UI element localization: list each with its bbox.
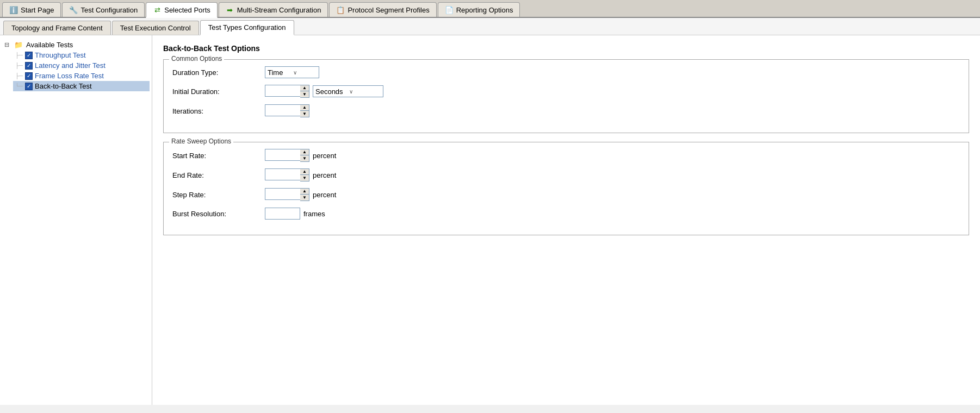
tree-children: ├─ ✓ Throughput Test ├─ ✓ Latency and Ji… xyxy=(13,50,150,91)
step-rate-spin-up[interactable]: ▲ xyxy=(300,189,309,195)
config-title: Back-to-Back Test Options xyxy=(163,44,969,53)
initial-duration-row: Initial Duration: 1.00 ▲ ▼ Seconds ∨ xyxy=(172,85,960,98)
initial-duration-input[interactable]: 1.00 xyxy=(265,85,300,97)
rate-sweep-label: Rate Sweep Options xyxy=(169,137,233,145)
iterations-spin-buttons: ▲ ▼ xyxy=(300,104,309,117)
tab-reporting-options[interactable]: 📄 Reporting Options xyxy=(438,2,520,17)
reporting-options-icon: 📄 xyxy=(445,5,454,14)
tab-reporting-options-label: Reporting Options xyxy=(456,6,513,14)
start-rate-label: Start Rate: xyxy=(172,152,259,160)
start-rate-unit: percent xyxy=(313,152,336,160)
protocol-segment-icon: 📋 xyxy=(336,5,345,14)
initial-duration-spin-buttons: ▲ ▼ xyxy=(300,85,309,98)
end-rate-row: End Rate: 100.00 ▲ ▼ percent xyxy=(172,168,960,182)
iterations-spinbox: 1 ▲ ▼ xyxy=(265,104,309,117)
main-content: ⊟ 📁 Available Tests ├─ ✓ Throughput Test… xyxy=(0,35,980,405)
initial-duration-unit-arrow-icon: ∨ xyxy=(349,89,381,95)
second-tab-bar: Topology and Frame Content Test Executio… xyxy=(0,18,980,35)
duration-type-dropdown[interactable]: Time ∨ xyxy=(265,66,319,78)
back-to-back-checkbox[interactable]: ✓ xyxy=(25,83,33,90)
tree-item-frame-loss[interactable]: ├─ ✓ Frame Loss Rate Test xyxy=(13,71,150,81)
start-rate-input[interactable]: 50.00 xyxy=(265,149,300,161)
throughput-checkbox[interactable]: ✓ xyxy=(25,52,33,59)
step-rate-spinbox: 50.00 ▲ ▼ xyxy=(265,188,309,201)
end-rate-unit: percent xyxy=(313,171,336,179)
step-rate-spin-down[interactable]: ▼ xyxy=(300,195,309,201)
initial-duration-value: 1.00 ▲ ▼ Seconds ∨ xyxy=(265,85,383,98)
selected-ports-icon: ⇄ xyxy=(153,5,162,14)
end-rate-spin-buttons: ▲ ▼ xyxy=(300,168,309,182)
tab-start-page-label: Start Page xyxy=(21,6,54,14)
tab-test-config-label: Test Configuration xyxy=(80,6,138,14)
end-rate-label: End Rate: xyxy=(172,171,259,179)
tree-line-icon: ├─ xyxy=(15,52,23,58)
step-rate-label: Step Rate: xyxy=(172,191,259,199)
tree-panel: ⊟ 📁 Available Tests ├─ ✓ Throughput Test… xyxy=(0,35,152,405)
tab-selected-ports-label: Selected Ports xyxy=(164,6,210,14)
tree-line-icon2: ├─ xyxy=(15,62,23,68)
initial-duration-unit-dropdown[interactable]: Seconds ∨ xyxy=(313,85,383,97)
frame-loss-checkbox[interactable]: ✓ xyxy=(25,72,33,80)
iterations-input[interactable]: 1 xyxy=(265,104,300,116)
latency-checkbox[interactable]: ✓ xyxy=(25,62,33,70)
common-options-label: Common Options xyxy=(169,55,224,62)
tree-line-icon4: └─ xyxy=(15,83,23,89)
latency-label: Latency and Jitter Test xyxy=(35,61,106,70)
tab-topology[interactable]: Topology and Frame Content xyxy=(3,21,111,35)
rate-sweep-group: Rate Sweep Options Start Rate: 50.00 ▲ ▼… xyxy=(163,142,969,235)
tab-protocol-segment-label: Protocol Segment Profiles xyxy=(348,6,429,14)
frame-loss-label: Frame Loss Rate Test xyxy=(35,72,104,80)
iterations-row: Iterations: 1 ▲ ▼ xyxy=(172,104,960,117)
tab-start-page[interactable]: ℹ️ Start Page xyxy=(2,2,61,17)
tab-multi-stream-label: Multi-Stream Configuration xyxy=(237,6,321,14)
start-rate-spinbox: 50.00 ▲ ▼ xyxy=(265,149,309,162)
tab-test-types[interactable]: Test Types Configuration xyxy=(200,20,294,35)
folder-icon: 📁 xyxy=(14,41,23,49)
end-rate-spinbox: 100.00 ▲ ▼ xyxy=(265,168,309,182)
start-rate-spin-up[interactable]: ▲ xyxy=(300,149,309,155)
tab-execution[interactable]: Test Execution Control xyxy=(112,21,199,35)
end-rate-input[interactable]: 100.00 xyxy=(265,168,300,180)
tree-item-throughput[interactable]: ├─ ✓ Throughput Test xyxy=(13,50,150,60)
duration-type-label: Duration Type: xyxy=(172,68,259,77)
duration-type-row: Duration Type: Time ∨ xyxy=(172,66,960,78)
initial-duration-spin-down[interactable]: ▼ xyxy=(300,91,309,97)
burst-resolution-unit: frames xyxy=(303,210,325,218)
start-page-icon: ℹ️ xyxy=(9,5,18,14)
step-rate-input[interactable]: 50.00 xyxy=(265,188,300,200)
end-rate-spin-down[interactable]: ▼ xyxy=(300,175,309,181)
start-rate-spin-buttons: ▲ ▼ xyxy=(300,149,309,162)
tab-test-config[interactable]: 🔧 Test Configuration xyxy=(62,2,145,17)
initial-duration-spinbox: 1.00 ▲ ▼ xyxy=(265,85,309,98)
step-rate-value: 50.00 ▲ ▼ percent xyxy=(265,188,336,201)
burst-resolution-row: Burst Resolution: 100 frames xyxy=(172,208,960,220)
throughput-label: Throughput Test xyxy=(35,51,86,59)
tree-root-label: Available Tests xyxy=(26,41,73,49)
multi-stream-icon: ➡ xyxy=(226,5,234,14)
initial-duration-spin-up[interactable]: ▲ xyxy=(300,85,309,91)
config-panel: Back-to-Back Test Options Common Options… xyxy=(152,35,980,405)
burst-resolution-value: 100 frames xyxy=(265,208,325,220)
burst-resolution-label: Burst Resolution: xyxy=(172,210,259,218)
burst-resolution-input[interactable]: 100 xyxy=(265,208,300,220)
step-rate-row: Step Rate: 50.00 ▲ ▼ percent xyxy=(172,188,960,201)
end-rate-spin-up[interactable]: ▲ xyxy=(300,169,309,175)
iterations-spin-up[interactable]: ▲ xyxy=(300,105,309,111)
tree-root[interactable]: ⊟ 📁 Available Tests xyxy=(2,40,150,50)
end-rate-value: 100.00 ▲ ▼ percent xyxy=(265,168,336,182)
tab-selected-ports[interactable]: ⇄ Selected Ports xyxy=(146,2,218,18)
tree-item-back-to-back[interactable]: └─ ✓ Back-to-Back Test xyxy=(13,81,150,91)
start-rate-spin-down[interactable]: ▼ xyxy=(300,155,309,161)
tree-line-icon3: ├─ xyxy=(15,73,23,79)
iterations-spin-down[interactable]: ▼ xyxy=(300,111,309,117)
tree-expand-icon: ⊟ xyxy=(4,41,12,48)
start-rate-value: 50.00 ▲ ▼ percent xyxy=(265,149,336,162)
tree-item-latency[interactable]: ├─ ✓ Latency and Jitter Test xyxy=(13,60,150,71)
iterations-label: Iterations: xyxy=(172,107,259,115)
tab-multi-stream[interactable]: ➡ Multi-Stream Configuration xyxy=(219,2,328,17)
tab-protocol-segment[interactable]: 📋 Protocol Segment Profiles xyxy=(329,2,436,17)
back-to-back-label: Back-to-Back Test xyxy=(35,82,92,90)
iterations-value: 1 ▲ ▼ xyxy=(265,104,309,117)
step-rate-spin-buttons: ▲ ▼ xyxy=(300,188,309,201)
start-rate-row: Start Rate: 50.00 ▲ ▼ percent xyxy=(172,149,960,162)
